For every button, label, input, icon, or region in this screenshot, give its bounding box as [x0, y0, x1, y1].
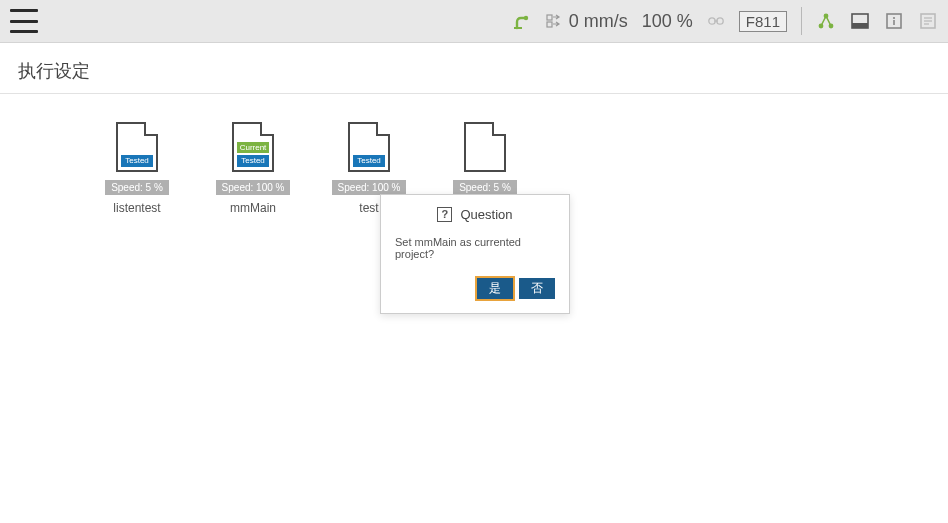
- file-icon: Tested: [116, 122, 158, 172]
- tested-tag: Tested: [237, 155, 269, 167]
- status-cluster: 0 mm/s 100 % F811: [513, 7, 938, 35]
- jog-speed-icon: [545, 12, 563, 30]
- network-icon[interactable]: [816, 11, 836, 31]
- speed-badge: Speed: 5 %: [453, 180, 517, 195]
- svg-rect-14: [893, 20, 895, 25]
- speed-status: 0 mm/s: [545, 11, 628, 32]
- menu-hamburger-icon[interactable]: [10, 9, 38, 33]
- project-name: test: [359, 201, 378, 215]
- panel-icon[interactable]: [850, 12, 870, 30]
- file-icon: [464, 122, 506, 172]
- current-tag: Current: [237, 142, 269, 154]
- dialog-message: Set mmMain as currented project?: [395, 236, 555, 260]
- project-name: mmMain: [230, 201, 276, 215]
- svg-rect-2: [547, 15, 552, 20]
- speed-badge: Speed: 100 %: [332, 180, 407, 195]
- speed-badge: Speed: 100 %: [216, 180, 291, 195]
- no-button[interactable]: 否: [519, 278, 555, 299]
- file-icon: Current Tested: [232, 122, 274, 172]
- question-icon: ?: [437, 207, 452, 222]
- override-value: 100 %: [642, 11, 693, 32]
- project-name: listentest: [113, 201, 160, 215]
- confirm-dialog: ? Question Set mmMain as currented proje…: [380, 194, 570, 314]
- project-item[interactable]: Tested Speed: 5 % listentest: [102, 122, 172, 215]
- speed-badge: Speed: 5 %: [105, 180, 169, 195]
- link-icon: [707, 14, 725, 28]
- tested-tag: Tested: [353, 155, 385, 167]
- svg-point-0: [524, 16, 528, 20]
- top-bar: 0 mm/s 100 % F811: [0, 0, 948, 43]
- divider: [801, 7, 802, 35]
- svg-rect-1: [514, 27, 522, 29]
- info-icon[interactable]: [884, 11, 904, 31]
- code-indicator[interactable]: F811: [739, 11, 787, 32]
- robot-status-icon: [513, 12, 531, 30]
- page-title: 执行设定: [0, 43, 948, 94]
- svg-rect-3: [547, 22, 552, 27]
- speed-value: 0 mm/s: [569, 11, 628, 32]
- yes-button[interactable]: 是: [477, 278, 513, 299]
- project-item[interactable]: Current Tested Speed: 100 % mmMain: [218, 122, 288, 215]
- dialog-title: Question: [460, 207, 512, 222]
- log-icon[interactable]: [918, 11, 938, 31]
- override-status: 100 %: [642, 11, 693, 32]
- svg-point-13: [893, 17, 895, 19]
- svg-rect-11: [852, 23, 868, 28]
- file-icon: Tested: [348, 122, 390, 172]
- tested-tag: Tested: [121, 155, 153, 167]
